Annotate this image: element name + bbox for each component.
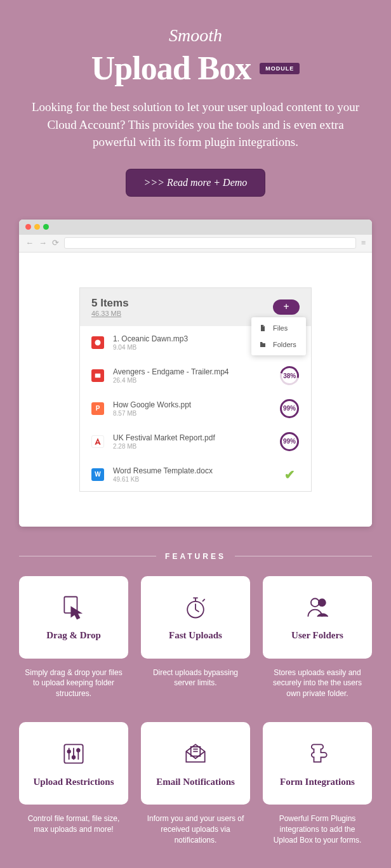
file-size: 2.28 MB	[113, 443, 270, 450]
folder-icon	[259, 341, 267, 348]
window-min-icon	[34, 224, 40, 230]
svg-point-2	[311, 598, 319, 607]
eyebrow: Smooth	[19, 25, 372, 46]
file-type-icon	[91, 336, 104, 349]
nav-menu-icon: ≡	[361, 238, 366, 248]
feature-desc: Stores uploads easily and securely into …	[263, 667, 372, 699]
file-type-icon: P	[91, 402, 104, 415]
add-button[interactable]: +	[273, 299, 300, 315]
file-size: 49.61 KB	[113, 476, 270, 483]
file-size: 26.4 MB	[113, 377, 270, 384]
svg-point-7	[77, 749, 80, 752]
nav-reload-icon: ⟳	[52, 238, 59, 248]
file-size: 9.04 MB	[113, 344, 270, 351]
add-dropdown: Files Folders	[251, 317, 306, 355]
description: Looking for the best solution to let you…	[30, 98, 361, 151]
feature-title: Upload Restrictions	[33, 777, 114, 787]
total-size: 46.33 MB	[91, 310, 129, 317]
nav-back-icon: ←	[25, 238, 34, 248]
dropdown-files[interactable]: Files	[251, 320, 306, 336]
file-icon	[259, 324, 267, 332]
file-type-icon: W	[91, 468, 104, 481]
page-title: Upload Box	[91, 49, 251, 87]
dropdown-folders-label: Folders	[273, 341, 296, 348]
browser-mockup: ← → ⟳ ≡ 5 Items 46.33 MB +	[19, 220, 372, 527]
feature-desc: Control file format, file size, max uplo…	[19, 813, 128, 835]
drag-drop-icon	[60, 593, 88, 624]
feature-title: Form Integrations	[280, 777, 355, 787]
file-size: 8.57 MB	[113, 410, 270, 417]
users-icon	[303, 593, 331, 624]
feature-card: Fast Uploads	[141, 576, 250, 659]
sliders-icon	[60, 740, 88, 770]
feature-card: User Folders	[263, 576, 372, 659]
feature-card: Form Integrations	[263, 722, 372, 805]
svg-point-6	[72, 756, 76, 759]
svg-point-5	[67, 750, 70, 753]
file-row: Avengers - Endgame - Trailer.mp4 26.4 MB…	[80, 359, 311, 392]
mail-icon	[182, 740, 209, 770]
feature-card: Upload Restrictions	[19, 722, 128, 805]
puzzle-icon	[303, 740, 331, 770]
done-icon: ✔	[279, 464, 300, 485]
window-max-icon	[43, 224, 49, 230]
feature-title: Email Notifications	[156, 777, 235, 787]
progress-badge: 99%	[279, 398, 300, 419]
nav-forward-icon: →	[39, 238, 47, 248]
file-type-icon	[91, 369, 104, 382]
feature-card: Email Notifications	[141, 722, 250, 805]
feature-desc: Direct uploads bypassing server limits.	[141, 667, 250, 689]
feature-title: Fast Uploads	[169, 630, 222, 641]
file-row: W Word Resume Template.docx 49.61 KB ✔	[80, 458, 311, 491]
feature-card: Drag & Drop	[19, 576, 128, 659]
stopwatch-icon	[182, 593, 209, 624]
svg-point-3	[319, 599, 326, 606]
feature-title: Drag & Drop	[46, 630, 101, 641]
features-heading: FEATURES	[165, 552, 226, 561]
upload-panel: 5 Items 46.33 MB + Files	[79, 287, 312, 492]
dropdown-folders[interactable]: Folders	[251, 336, 306, 353]
feature-title: User Folders	[291, 630, 343, 641]
file-row: UK Festival Market Report.pdf 2.28 MB 99…	[80, 425, 311, 458]
file-name: Avengers - Endgame - Trailer.mp4	[113, 367, 270, 376]
file-row: P How Google Works.ppt 8.57 MB 99%	[80, 392, 311, 425]
progress-badge: 99%	[279, 431, 300, 452]
read-more-button[interactable]: >>> Read more + Demo	[126, 169, 266, 197]
url-bar	[64, 237, 356, 249]
progress-badge: 38%	[279, 365, 300, 386]
module-badge: MODULE	[260, 63, 300, 74]
item-count: 5 Items	[91, 297, 129, 310]
feature-desc: Powerful Form Plugins integrations to ad…	[263, 813, 372, 845]
file-type-icon	[91, 435, 104, 448]
feature-desc: Inform you and your users of received up…	[141, 813, 250, 845]
file-name: 1. Oceanic Dawn.mp3	[113, 334, 270, 343]
dropdown-files-label: Files	[273, 324, 288, 332]
file-name: UK Festival Market Report.pdf	[113, 433, 270, 442]
window-close-icon	[25, 224, 31, 230]
feature-desc: Simply drag & drop your files to upload …	[19, 667, 128, 699]
file-name: How Google Works.ppt	[113, 400, 270, 409]
file-name: Word Resume Template.docx	[113, 466, 270, 475]
